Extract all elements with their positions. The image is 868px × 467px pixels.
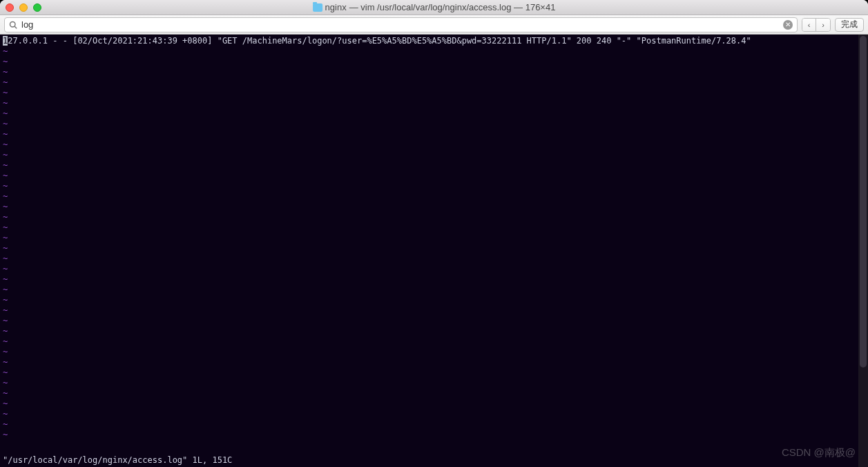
folder-icon — [313, 3, 322, 12]
scrollbar[interactable] — [858, 35, 868, 467]
search-nav-buttons: ‹ › — [802, 18, 831, 32]
scrollbar-thumb[interactable] — [860, 36, 867, 368]
titlebar[interactable]: nginx — vim /usr/local/var/log/nginx/acc… — [0, 0, 868, 15]
terminal-viewport[interactable]: 127.0.0.1 - - [02/Oct/2021:21:43:39 +080… — [0, 35, 868, 467]
svg-line-1 — [15, 26, 17, 28]
terminal-content: 127.0.0.1 - - [02/Oct/2021:21:43:39 +080… — [3, 36, 868, 440]
svg-point-0 — [10, 21, 16, 27]
traffic-lights — [6, 3, 41, 12]
empty-lines: ~~~~~~~~~~~~~~~~~~~~~~~~~~~~~~~~~~~~~~ — [3, 46, 868, 440]
title-rest: — vim /usr/local/var/log/nginx/access.lo… — [349, 2, 556, 12]
search-input-container: ✕ — [4, 17, 798, 32]
title-folder: nginx — [325, 2, 347, 12]
minimize-button[interactable] — [19, 3, 28, 12]
window-title: nginx — vim /usr/local/var/log/nginx/acc… — [313, 2, 556, 12]
clear-search-icon[interactable]: ✕ — [783, 20, 793, 30]
search-next-button[interactable]: › — [816, 19, 830, 31]
search-prev-button[interactable]: ‹ — [802, 19, 816, 31]
search-input[interactable] — [21, 19, 779, 30]
search-icon — [9, 21, 17, 29]
find-bar: ✕ ‹ › 完成 — [0, 15, 868, 35]
watermark: CSDN @南极@ — [782, 447, 856, 457]
log-entry: 27.0.0.1 - - [02/Oct/2021:21:43:39 +0800… — [8, 36, 751, 46]
close-button[interactable] — [6, 3, 14, 12]
maximize-button[interactable] — [33, 3, 41, 12]
terminal-window: nginx — vim /usr/local/var/log/nginx/acc… — [0, 0, 868, 467]
vim-status-line: "/usr/local/var/log/nginx/access.log" 1L… — [3, 455, 232, 466]
search-done-button[interactable]: 完成 — [835, 18, 864, 32]
